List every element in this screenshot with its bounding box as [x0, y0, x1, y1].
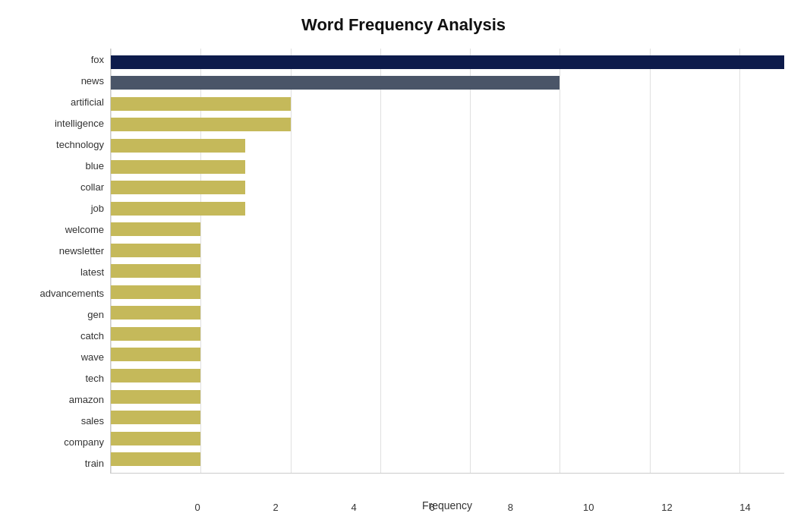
bars-and-grid	[110, 49, 784, 474]
y-label: fox	[23, 49, 104, 69]
chart-container: Word Frequency Analysis foxnewsartificia…	[0, 0, 807, 532]
x-tick-label: 12	[661, 502, 672, 513]
y-label: wave	[23, 347, 104, 367]
bar-row	[111, 389, 784, 405]
bar-row	[111, 159, 784, 175]
y-label: train	[23, 453, 104, 473]
y-label: latest	[23, 262, 104, 282]
x-tick-label: 6	[430, 502, 435, 513]
y-label: news	[23, 71, 104, 90]
bar	[111, 327, 200, 341]
y-label: newsletter	[23, 241, 104, 260]
bar	[111, 244, 200, 257]
x-tick-label: 0	[194, 502, 200, 513]
y-label: catch	[23, 326, 104, 345]
bar	[111, 55, 784, 69]
bar-row	[111, 430, 784, 447]
chart-area: foxnewsartificialintelligencetechnologyb…	[23, 49, 784, 474]
bar-row	[111, 96, 784, 112]
y-label: job	[23, 198, 104, 218]
bar	[111, 222, 200, 236]
x-axis: 02468101214	[197, 474, 784, 496]
y-label: artificial	[23, 92, 104, 112]
y-label: amazon	[23, 389, 104, 409]
x-tick-label: 4	[351, 502, 357, 513]
bar-row	[111, 116, 784, 133]
bar-row	[111, 200, 784, 217]
bar	[111, 390, 200, 404]
x-axis-label: Frequency	[110, 499, 784, 512]
bar	[111, 306, 200, 320]
y-label: welcome	[23, 219, 104, 239]
bar	[111, 118, 291, 131]
x-tick-label: 2	[273, 502, 278, 513]
x-tick-label: 8	[508, 502, 513, 513]
bar-row	[111, 221, 784, 238]
y-labels: foxnewsartificialintelligencetechnologyb…	[23, 49, 110, 474]
bar	[111, 139, 245, 153]
bar-row	[111, 409, 784, 426]
y-label: advancements	[23, 283, 104, 303]
bar-row	[111, 326, 784, 342]
bar	[111, 285, 200, 299]
bar	[111, 76, 560, 90]
bar-row	[111, 346, 784, 363]
y-label: company	[23, 432, 104, 452]
bar-row	[111, 242, 784, 259]
bar	[111, 411, 200, 424]
bar-row	[111, 451, 784, 467]
y-label: collar	[23, 177, 104, 197]
bar-row	[111, 304, 784, 321]
bar-row	[111, 74, 784, 91]
x-tick-label: 10	[583, 502, 594, 513]
bar-row	[111, 263, 784, 279]
y-label: gen	[23, 304, 104, 324]
bar	[111, 369, 200, 382]
y-label: technology	[23, 134, 104, 154]
bar-row	[111, 179, 784, 196]
bar	[111, 348, 200, 361]
y-label: intelligence	[23, 113, 104, 133]
bar	[111, 181, 245, 194]
bar-row	[111, 54, 784, 71]
bar-row	[111, 137, 784, 154]
y-label: blue	[23, 156, 104, 175]
y-label: tech	[23, 368, 104, 388]
bar	[111, 432, 200, 445]
y-label: sales	[23, 411, 104, 430]
chart-title: Word Frequency Analysis	[23, 15, 784, 35]
bar-row	[111, 367, 784, 384]
bar	[111, 452, 200, 466]
bar-row	[111, 284, 784, 301]
x-tick-label: 14	[739, 502, 750, 513]
bar	[111, 160, 245, 174]
bar	[111, 97, 291, 111]
bar	[111, 202, 245, 216]
bar	[111, 264, 200, 278]
